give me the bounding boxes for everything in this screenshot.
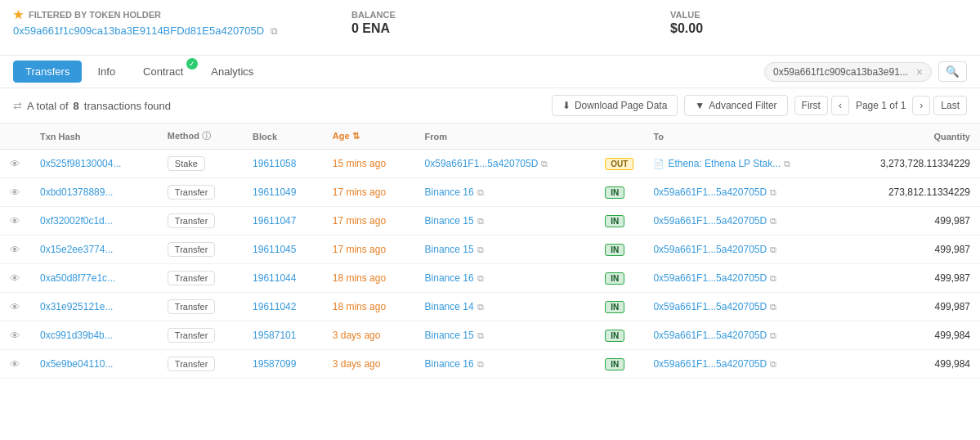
tab-info[interactable]: Info [85,61,128,83]
quantity-value: 499,987 [842,236,980,264]
copy-from-icon[interactable]: ⧉ [477,330,484,341]
count-suffix: transactions found [84,100,171,112]
block-link[interactable]: 19587101 [253,330,296,341]
from-link[interactable]: Binance 14 [425,301,474,312]
balance-value: 0 ENA [351,21,396,36]
from-link[interactable]: Binance 15 [425,215,474,227]
copy-from-icon[interactable]: ⧉ [541,159,548,169]
eye-icon[interactable]: 👁 [10,301,20,313]
txn-hash-link[interactable]: 0x5e9be04110... [40,358,113,370]
block-link[interactable]: 19611045 [253,244,296,255]
eye-icon[interactable]: 👁 [10,330,20,342]
copy-to-icon[interactable]: ⧉ [770,330,776,341]
copy-from-icon[interactable]: ⧉ [477,187,484,198]
from-link[interactable]: Binance 15 [425,330,474,341]
pagination: First ‹ Page 1 of 1 › Last [794,96,967,115]
age-text: 17 mins ago [333,244,386,255]
col-age: Age ⇅ [323,123,415,150]
copy-to-icon[interactable]: ⧉ [770,245,776,255]
block-link[interactable]: 19611047 [253,215,296,227]
download-button[interactable]: ⬇ Download Page Data [552,95,678,116]
txn-hash-link[interactable]: 0xf32002f0c1d... [40,215,113,227]
copy-from-icon[interactable]: ⧉ [477,216,484,227]
direction-badge: OUT [605,158,633,170]
copy-from-icon[interactable]: ⧉ [477,245,484,255]
eye-icon[interactable]: 👁 [10,215,20,227]
block-link[interactable]: 19611058 [253,158,296,169]
copy-to-icon[interactable]: ⧉ [770,359,776,370]
copy-to-icon[interactable]: ⧉ [784,159,790,169]
tabs-left: Transfers Info Contract ✓ Analytics [13,61,266,83]
to-link[interactable]: Ethena: Ethena LP Stak... [668,158,781,169]
from-link[interactable]: Binance 15 [425,244,474,255]
prev-page-button[interactable]: ‹ [831,96,849,115]
to-link[interactable]: 0x59a661F1...5a420705D [653,186,767,198]
eye-icon[interactable]: 👁 [10,358,20,370]
filter-chip: 0x59a661f1c909ca13ba3e91... × [764,62,932,82]
eye-icon[interactable]: 👁 [10,186,20,199]
age-text: 17 mins ago [333,186,386,198]
download-icon: ⬇ [562,100,571,111]
age-sort-icon[interactable]: ⇅ [352,131,360,141]
transactions-table: Txn Hash Method ⓘ Block Age ⇅ From To Qu… [0,123,980,379]
copy-address-icon[interactable]: ⧉ [271,25,278,37]
to-link[interactable]: 0x59a661F1...5a420705D [653,330,767,341]
eye-icon[interactable]: 👁 [10,244,20,256]
copy-from-icon[interactable]: ⧉ [477,302,484,312]
method-info-icon[interactable]: ⓘ [202,131,211,141]
search-icon: 🔍 [946,65,960,78]
method-badge: Transfer [168,185,216,200]
to-link[interactable]: 0x59a661F1...5a420705D [653,244,767,255]
txn-hash-link[interactable]: 0x15e2ee3774... [40,244,113,255]
tab-analytics[interactable]: Analytics [199,61,266,83]
col-quantity: Quantity [842,123,980,150]
copy-from-icon[interactable]: ⧉ [477,273,484,284]
quantity-value: 499,987 [842,207,980,236]
value-value: $0.00 [670,21,703,36]
txn-hash-link[interactable]: 0xa50d8f77e1c... [40,272,115,284]
to-link[interactable]: 0x59a661F1...5a420705D [653,215,767,227]
table-row: 👁 0xc991d39b4b... Transfer 19587101 3 da… [0,321,980,350]
copy-from-icon[interactable]: ⧉ [477,359,484,370]
method-badge: Transfer [168,357,216,371]
txn-hash-link[interactable]: 0x525f98130004... [40,158,121,169]
wallet-address-link[interactable]: 0x59a661f1c909ca13ba3E9114BFDd81E5a42070… [13,25,264,37]
block-link[interactable]: 19587099 [253,358,296,370]
to-link[interactable]: 0x59a661F1...5a420705D [653,358,767,370]
txn-hash-link[interactable]: 0xc991d39b4b... [40,330,113,341]
age-text: 3 days ago [333,358,381,370]
block-link[interactable]: 19611044 [253,272,296,284]
to-link[interactable]: 0x59a661F1...5a420705D [653,272,767,284]
direction-badge: IN [605,358,624,370]
copy-to-icon[interactable]: ⧉ [770,187,776,198]
copy-to-icon[interactable]: ⧉ [770,273,776,284]
eye-icon[interactable]: 👁 [10,272,20,285]
from-link[interactable]: Binance 16 [425,358,474,370]
method-badge: Stake [168,156,205,171]
method-badge: Transfer [168,328,216,343]
from-link[interactable]: 0x59a661F1...5a420705D [425,158,539,169]
tab-transfers[interactable]: Transfers [13,61,82,83]
block-link[interactable]: 19611042 [253,301,296,312]
tab-contract[interactable]: Contract ✓ [131,61,195,83]
table-row: 👁 0xbd01378889... Transfer 19611049 17 m… [0,178,980,207]
last-page-button[interactable]: Last [933,96,967,115]
search-button[interactable]: 🔍 [938,61,967,82]
age-text: 17 mins ago [333,215,386,227]
from-link[interactable]: Binance 16 [425,186,474,198]
txn-hash-link[interactable]: 0xbd01378889... [40,186,113,198]
copy-to-icon[interactable]: ⧉ [770,216,776,227]
copy-to-icon[interactable]: ⧉ [770,302,776,312]
next-page-button[interactable]: › [912,96,930,115]
col-to: To [643,123,841,150]
block-link[interactable]: 19611049 [253,186,296,198]
to-link[interactable]: 0x59a661F1...5a420705D [653,301,767,312]
age-text: 15 mins ago [333,158,386,169]
eye-icon[interactable]: 👁 [10,158,20,170]
filter-chip-close[interactable]: × [916,65,923,79]
first-page-button[interactable]: First [794,96,828,115]
txn-hash-link[interactable]: 0x31e925121e... [40,301,113,312]
from-link[interactable]: Binance 16 [425,272,474,284]
table-row: 👁 0xf32002f0c1d... Transfer 19611047 17 … [0,207,980,236]
advanced-filter-button[interactable]: ▼ Advanced Filter [684,95,787,116]
